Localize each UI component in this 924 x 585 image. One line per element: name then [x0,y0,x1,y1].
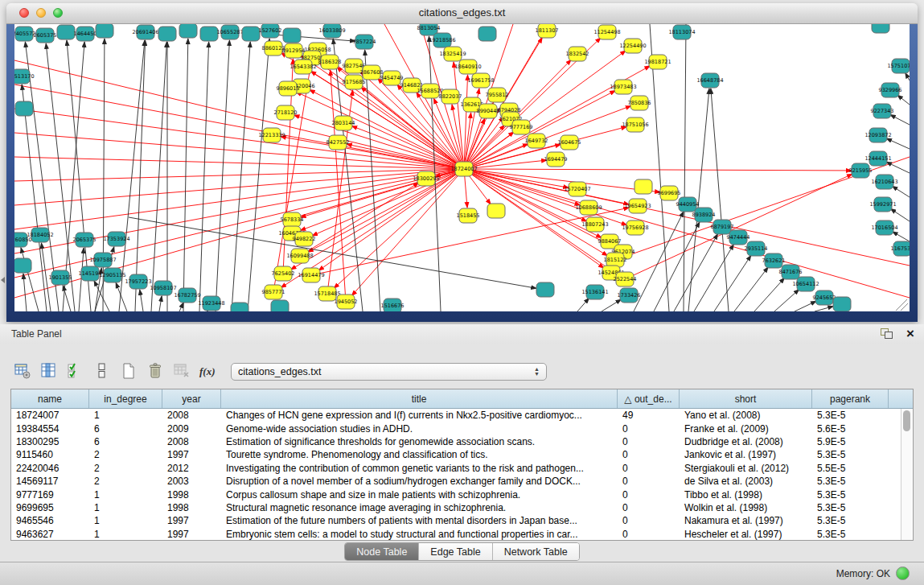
graph-node[interactable]: 8938924 [692,208,716,222]
graph-node[interactable]: 9474444 [727,230,750,245]
graph-edge[interactable] [159,296,162,311]
graph-node[interactable]: 12254490 [619,39,646,53]
graph-node[interactable]: 16914479 [298,268,324,282]
graph-node[interactable]: 11254498 [593,25,620,39]
table-row[interactable]: 2242004622012Investigating the contribut… [11,462,913,475]
graph-node[interactable] [283,28,301,43]
table-row[interactable]: 946554611997Estimation of the future num… [11,514,913,527]
graph-edge[interactable] [14,169,464,278]
graph-edge[interactable] [602,299,622,311]
graph-node[interactable]: 7850836 [628,96,651,110]
graph-node[interactable]: 10655287 [216,25,243,39]
graph-node[interactable] [200,27,218,41]
graph-node[interactable]: 18113074 [668,25,695,39]
graph-node[interactable]: 8186328 [318,55,342,69]
graph-edge[interactable] [22,84,47,311]
graph-edge[interactable] [464,169,910,298]
graph-node[interactable]: 1815122 [604,253,627,267]
column-header-pagerank[interactable]: pagerank [812,389,889,408]
graph-edge[interactable] [135,40,146,311]
graph-node[interactable] [872,24,889,33]
tab-node-table[interactable]: Node Table [345,543,419,560]
column-header-short[interactable]: short [680,389,812,408]
graph-node[interactable]: 1649732 [525,134,548,148]
graph-edge[interactable] [14,157,464,169]
graph-node[interactable]: 18640910 [454,60,481,74]
vertical-scrollbar[interactable] [901,409,912,540]
graph-node[interactable] [634,179,652,194]
graph-edge[interactable] [14,84,464,169]
graph-node[interactable]: 7857224 [353,35,376,49]
window-titlebar[interactable]: citations_edges.txt [6,3,918,24]
graph-node[interactable]: 26513170 [14,69,35,84]
table-row[interactable]: 1456911722003Disruption of a novel membe… [11,475,913,488]
function-builder-button[interactable]: f(x) [197,360,220,382]
graph-node[interactable]: 12444151 [864,151,891,166]
graph-node[interactable]: 15136141 [581,285,608,299]
graph-node[interactable]: 1694479 [544,152,568,167]
graph-node[interactable]: 1145194 [79,266,102,281]
graph-node[interactable]: 1516676 [381,299,405,311]
delete-table-button[interactable] [144,360,166,382]
graph-node[interactable]: 17957223 [125,274,151,289]
graph-edge[interactable] [232,42,250,311]
graph-node[interactable]: 7955812 [486,88,509,102]
graph-node[interactable] [14,258,31,273]
table-row[interactable]: 911546021997Tourette syndrome. Phenomeno… [11,448,913,461]
graph-edge[interactable] [714,255,751,311]
graph-node[interactable]: 16961758 [467,73,494,88]
graph-edge[interactable] [151,42,166,311]
graph-node[interactable]: 18751056 [622,117,648,132]
graph-edge[interactable] [886,138,910,149]
graph-node[interactable]: 9498222 [293,232,316,246]
graph-node[interactable]: 15751074 [887,59,910,73]
graph-edge[interactable] [129,217,536,288]
graph-edge[interactable] [119,40,145,311]
graph-node[interactable]: 16648784 [696,73,723,88]
canvas-resize-grip[interactable] [896,299,908,311]
graph-edge[interactable] [906,73,910,80]
graph-node[interactable]: 2065375 [73,233,97,247]
graph-node[interactable]: 20691406 [132,25,158,39]
graph-edge[interactable] [300,183,419,256]
row-height-button[interactable] [91,360,113,382]
graph-node[interactable] [231,303,248,311]
graph-node[interactable]: 9857771 [262,285,285,299]
graph-edge[interactable] [886,162,910,173]
graph-node[interactable]: 9896015 [277,81,300,96]
table-options-button[interactable] [11,360,34,382]
graph-node[interactable]: 1464450 [74,27,97,41]
graph-node[interactable] [158,27,176,41]
scrollbar-thumb[interactable] [903,410,910,431]
graph-node[interactable]: 15720407 [564,182,590,196]
graph-node[interactable]: 1604675 [558,135,581,150]
column-header-in_degree[interactable]: in_degree [89,389,162,408]
graph-edge[interactable] [577,298,589,311]
graph-node[interactable]: 19756928 [622,220,648,235]
column-header-name[interactable]: name [11,389,89,408]
graph-node[interactable]: 9329966 [879,83,902,97]
graph-edge[interactable] [179,303,183,311]
graph-node[interactable] [271,300,289,311]
graph-node[interactable]: 9227343 [871,104,894,118]
graph-node[interactable]: 1945052 [335,295,358,309]
table-row[interactable]: 977716911998Corpus callosum shape and si… [11,488,913,501]
graph-edge[interactable] [23,274,27,311]
graph-node[interactable]: 1527602 [259,24,282,38]
graph-node[interactable]: 9175685 [343,75,366,89]
graph-node[interactable] [478,27,496,41]
graph-edge[interactable] [464,169,580,205]
graph-edge[interactable] [14,169,464,181]
graph-edge[interactable] [890,208,910,221]
graph-edge[interactable] [464,169,587,221]
graph-node[interactable]: 2405572 [14,27,35,41]
graph-node[interactable]: 9699695 [658,186,681,200]
graph-node[interactable]: 8822037 [439,89,462,104]
graph-edge[interactable] [351,169,464,296]
table-row[interactable]: 1938455462009Genome-wide association stu… [11,422,913,435]
graph-node[interactable]: 18973483 [610,80,636,94]
graph-edge[interactable] [684,24,686,311]
graph-node[interactable] [833,297,851,311]
graph-node[interactable]: 8990448 [477,104,500,118]
graph-edge[interactable] [892,186,910,197]
